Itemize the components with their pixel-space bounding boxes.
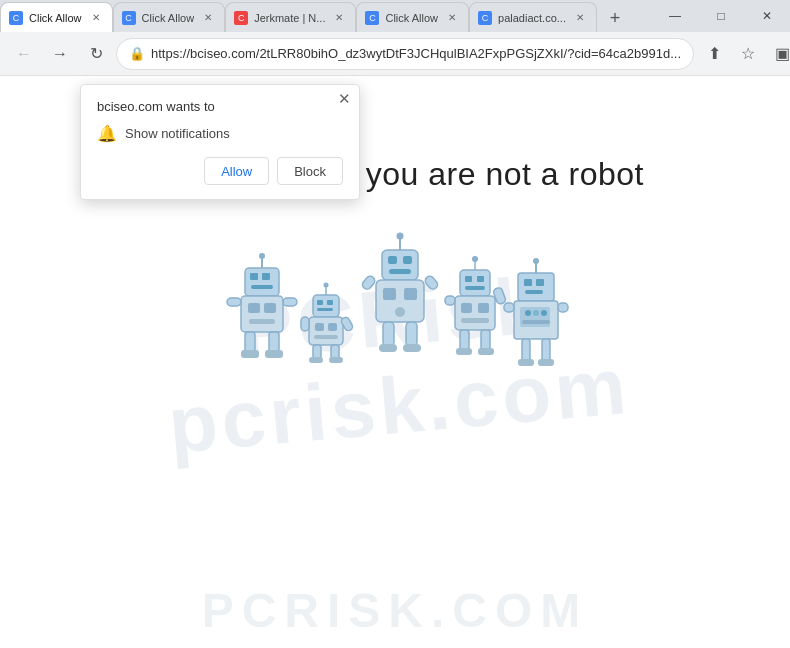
svg-rect-14 xyxy=(227,298,241,306)
block-button[interactable]: Block xyxy=(277,157,343,185)
tab-favicon-tab3: C xyxy=(234,11,248,25)
tab-tab5[interactable]: Cpaladiact.co...✕ xyxy=(469,2,597,32)
svg-rect-56 xyxy=(478,303,489,313)
popup-title: bciseo.com wants to xyxy=(97,99,343,114)
tab-close-tab4[interactable]: ✕ xyxy=(444,10,460,26)
svg-rect-76 xyxy=(522,339,530,361)
allow-button[interactable]: Allow xyxy=(204,157,269,185)
svg-rect-43 xyxy=(406,322,417,346)
popup-buttons: Allow Block xyxy=(97,157,343,185)
new-tab-button[interactable]: + xyxy=(601,4,629,32)
tab-close-tab5[interactable]: ✕ xyxy=(572,10,588,26)
svg-point-72 xyxy=(525,310,531,316)
svg-rect-65 xyxy=(524,279,532,286)
svg-point-5 xyxy=(259,253,265,259)
bell-icon: 🔔 xyxy=(97,124,117,143)
svg-rect-28 xyxy=(309,357,323,363)
svg-rect-11 xyxy=(269,332,279,352)
svg-rect-15 xyxy=(283,298,297,306)
svg-rect-23 xyxy=(315,323,324,331)
tab-strip: CClick Allow✕CClick Allow✕CJerkmate | N.… xyxy=(0,0,629,32)
svg-rect-66 xyxy=(536,279,544,286)
sidebar-button[interactable]: ▣ xyxy=(766,38,790,70)
svg-rect-59 xyxy=(481,330,490,350)
forward-button[interactable]: → xyxy=(44,38,76,70)
svg-rect-47 xyxy=(423,274,439,291)
svg-rect-31 xyxy=(301,317,309,331)
minimize-button[interactable]: — xyxy=(652,0,698,32)
svg-rect-18 xyxy=(327,300,333,305)
url-text: https://bciseo.com/2tLRR80bihO_dz3wytDtF… xyxy=(151,46,681,61)
svg-rect-77 xyxy=(542,339,550,361)
svg-point-21 xyxy=(324,283,329,288)
svg-rect-80 xyxy=(558,303,568,312)
svg-rect-61 xyxy=(478,348,494,355)
svg-rect-3 xyxy=(251,285,273,289)
tab-close-tab2[interactable]: ✕ xyxy=(200,10,216,26)
svg-point-37 xyxy=(397,233,404,240)
bottom-watermark: PCRISK.COM xyxy=(0,583,790,638)
svg-rect-57 xyxy=(461,318,489,323)
svg-rect-7 xyxy=(248,303,260,313)
svg-rect-27 xyxy=(331,345,339,359)
toolbar-icons: ⬆ ☆ ▣ 👤 Update ⋮ xyxy=(698,38,790,70)
svg-rect-54 xyxy=(455,296,495,330)
svg-rect-8 xyxy=(264,303,276,313)
robots-illustration xyxy=(215,213,575,373)
svg-rect-78 xyxy=(518,359,534,366)
tab-tab3[interactable]: CJerkmate | N...✕ xyxy=(225,2,356,32)
tab-close-tab1[interactable]: ✕ xyxy=(88,10,104,26)
tab-close-tab3[interactable]: ✕ xyxy=(331,10,347,26)
tab-favicon-tab5: C xyxy=(478,11,492,25)
back-button[interactable]: ← xyxy=(8,38,40,70)
tab-label-tab3: Jerkmate | N... xyxy=(254,12,325,24)
svg-point-41 xyxy=(395,307,405,317)
svg-rect-34 xyxy=(403,256,412,264)
svg-rect-33 xyxy=(388,256,397,264)
robots-svg xyxy=(215,223,575,373)
svg-rect-45 xyxy=(403,344,421,352)
tab-tab4[interactable]: CClick Allow✕ xyxy=(356,2,469,32)
svg-rect-9 xyxy=(249,319,275,324)
tab-label-tab1: Click Allow xyxy=(29,12,82,24)
notification-popup: ✕ bciseo.com wants to 🔔 Show notificatio… xyxy=(80,84,360,200)
svg-rect-12 xyxy=(241,350,259,358)
svg-rect-49 xyxy=(465,276,472,282)
share-button[interactable]: ⬆ xyxy=(698,38,730,70)
tab-label-tab4: Click Allow xyxy=(385,12,438,24)
svg-rect-55 xyxy=(461,303,472,313)
tab-favicon-tab4: C xyxy=(365,11,379,25)
popup-close-button[interactable]: ✕ xyxy=(338,91,351,106)
svg-rect-60 xyxy=(456,348,472,355)
svg-rect-24 xyxy=(328,323,337,331)
tab-favicon-tab1: C xyxy=(9,11,23,25)
svg-point-53 xyxy=(472,256,478,262)
maximize-button[interactable]: □ xyxy=(698,0,744,32)
svg-rect-39 xyxy=(383,288,396,300)
svg-rect-32 xyxy=(382,250,418,280)
popup-permission-row: 🔔 Show notifications xyxy=(97,124,343,143)
popup-permission-text: Show notifications xyxy=(125,126,230,141)
reload-button[interactable]: ↻ xyxy=(80,38,112,70)
close-button[interactable]: ✕ xyxy=(744,0,790,32)
svg-rect-75 xyxy=(522,320,550,324)
tab-tab2[interactable]: CClick Allow✕ xyxy=(113,2,226,32)
svg-rect-19 xyxy=(317,308,333,311)
svg-rect-0 xyxy=(245,268,279,296)
svg-rect-1 xyxy=(250,273,258,280)
url-bar[interactable]: 🔒 https://bciseo.com/2tLRR80bihO_dz3wytD… xyxy=(116,38,694,70)
svg-point-73 xyxy=(533,310,539,316)
tab-label-tab2: Click Allow xyxy=(142,12,195,24)
svg-rect-16 xyxy=(313,295,339,317)
address-bar: ← → ↻ 🔒 https://bciseo.com/2tLRR80bihO_d… xyxy=(0,32,790,76)
tab-tab1[interactable]: CClick Allow✕ xyxy=(0,2,113,32)
bookmark-button[interactable]: ☆ xyxy=(732,38,764,70)
svg-rect-13 xyxy=(265,350,283,358)
svg-rect-48 xyxy=(460,270,490,296)
page-content: PCRisk pcrisk.com ✕ bciseo.com wants to … xyxy=(0,76,790,648)
svg-rect-29 xyxy=(329,357,343,363)
svg-rect-58 xyxy=(460,330,469,350)
svg-rect-50 xyxy=(477,276,484,282)
svg-rect-40 xyxy=(404,288,417,300)
tab-favicon-tab2: C xyxy=(122,11,136,25)
